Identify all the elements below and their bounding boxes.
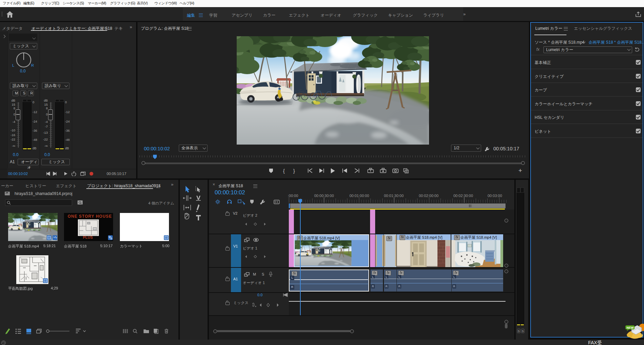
svg-text:M: M [253,272,256,276]
svg-text:{: { [283,168,285,174]
svg-text:NEW: NEW [627,326,634,329]
svg-text:}: } [293,168,295,174]
svg-text:S: S [262,272,264,276]
